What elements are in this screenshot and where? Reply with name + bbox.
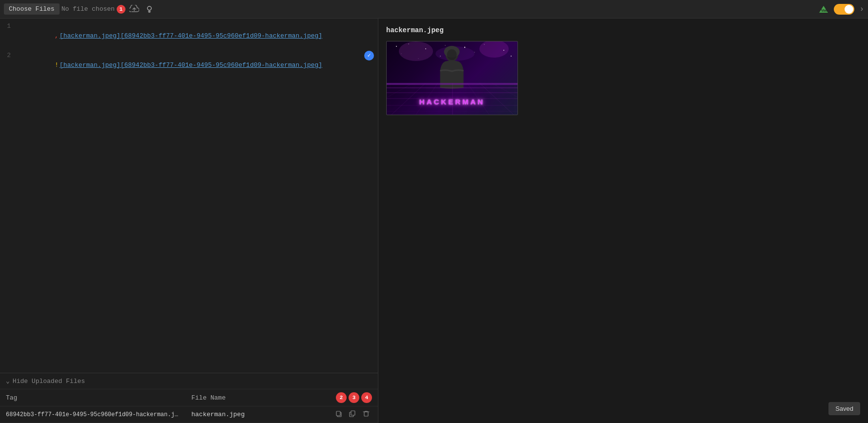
- line-number: 1: [0, 21, 15, 31]
- svg-point-20: [399, 41, 433, 61]
- hide-uploaded-toggle[interactable]: ⌄ Hide Uploaded Files: [0, 373, 378, 389]
- svg-line-37: [387, 83, 413, 98]
- chevron-right-icon[interactable]: ›: [859, 5, 864, 14]
- action-badge-3[interactable]: 3: [349, 392, 359, 403]
- link-text[interactable]: [hackerman.jpeg][68942bb3-ff77-401e-9495…: [60, 61, 322, 69]
- col-filename-header: File Name: [191, 394, 336, 402]
- action-badge-2[interactable]: 2: [336, 392, 347, 403]
- saved-button[interactable]: Saved: [828, 402, 860, 415]
- svg-rect-4: [336, 411, 340, 416]
- editor-content: 1 ,[hackerman.jpeg][68942bb3-ff77-401e-9…: [0, 19, 378, 373]
- svg-rect-7: [364, 412, 368, 416]
- files-table-header: Tag File Name 2 3 4: [0, 389, 378, 406]
- file-count-badge: 1: [117, 5, 125, 14]
- svg-text:Vim: Vim: [821, 9, 827, 12]
- svg-rect-6: [351, 411, 355, 415]
- toolbar-left: Choose Files No file chosen 1: [4, 3, 814, 15]
- svg-point-18: [511, 56, 512, 57]
- copy-button[interactable]: [333, 409, 345, 420]
- line-marker: !: [55, 61, 59, 69]
- svg-point-8: [396, 46, 397, 47]
- action-badge-4[interactable]: 4: [361, 392, 372, 403]
- svg-point-0: [147, 6, 151, 10]
- svg-point-21: [479, 41, 509, 58]
- uploaded-files-section: ⌄ Hide Uploaded Files Tag File Name 2 3 …: [0, 373, 378, 423]
- upload-icon[interactable]: [127, 4, 141, 15]
- hackerman-image: HACKERMAN: [386, 41, 518, 115]
- duplicate-button[interactable]: [347, 409, 358, 420]
- chevron-down-icon: ⌄: [6, 377, 10, 385]
- line-content[interactable]: ,[hackerman.jpeg][68942bb3-ff77-401e-949…: [15, 21, 378, 51]
- editor-line: 2 ![hackerman.jpeg][68942bb3-ff77-401e-9…: [0, 51, 378, 80]
- filename-value: hackerman.jpeg: [191, 411, 333, 418]
- svg-line-38: [492, 83, 518, 98]
- bulb-icon[interactable]: [143, 4, 156, 15]
- preview-filename: hackerman.jpeg: [386, 26, 860, 34]
- delete-button[interactable]: [360, 409, 372, 420]
- toolbar-right: Vim ›: [818, 4, 864, 15]
- toolbar: Choose Files No file chosen 1 Vim: [0, 0, 868, 19]
- svg-rect-26: [387, 83, 518, 85]
- main-container: 1 ,[hackerman.jpeg][68942bb3-ff77-401e-9…: [0, 19, 868, 423]
- line-marker: ,: [55, 32, 59, 40]
- toggle-switch[interactable]: [834, 4, 854, 15]
- table-row: 68942bb3-ff77-401e-9495-95c960ef1d09-hac…: [0, 406, 378, 423]
- preview-panel: hackerman.jpeg: [378, 19, 868, 423]
- editor-panel: 1 ,[hackerman.jpeg][68942bb3-ff77-401e-9…: [0, 19, 378, 423]
- line-number: 2: [0, 51, 15, 60]
- preview-image-container: HACKERMAN: [386, 41, 860, 115]
- vim-logo: Vim: [818, 5, 829, 14]
- hide-uploaded-label: Hide Uploaded Files: [13, 378, 85, 385]
- check-icon: ✓: [364, 51, 374, 60]
- toggle-switch-container[interactable]: [834, 4, 854, 15]
- hackerman-text: HACKERMAN: [387, 98, 517, 106]
- tag-value: 68942bb3-ff77-401e-9495-95c960ef1d09-hac…: [6, 411, 191, 418]
- toggle-knob: [845, 5, 853, 14]
- row-actions: [333, 409, 372, 420]
- choose-files-button[interactable]: Choose Files: [4, 3, 60, 15]
- col-tag-header: Tag: [6, 394, 191, 402]
- line-content[interactable]: ![hackerman.jpeg][68942bb3-ff77-401e-949…: [15, 51, 364, 80]
- col-actions: 2 3 4: [336, 392, 372, 403]
- no-file-label: No file chosen: [62, 5, 115, 13]
- svg-point-25: [447, 49, 457, 60]
- svg-point-17: [474, 52, 475, 52]
- link-text[interactable]: [hackerman.jpeg][68942bb3-ff77-401e-9495…: [60, 32, 322, 40]
- files-table: Tag File Name 2 3 4 68942bb3-ff77-401e-9…: [0, 389, 378, 423]
- editor-line: 1 ,[hackerman.jpeg][68942bb3-ff77-401e-9…: [0, 21, 378, 51]
